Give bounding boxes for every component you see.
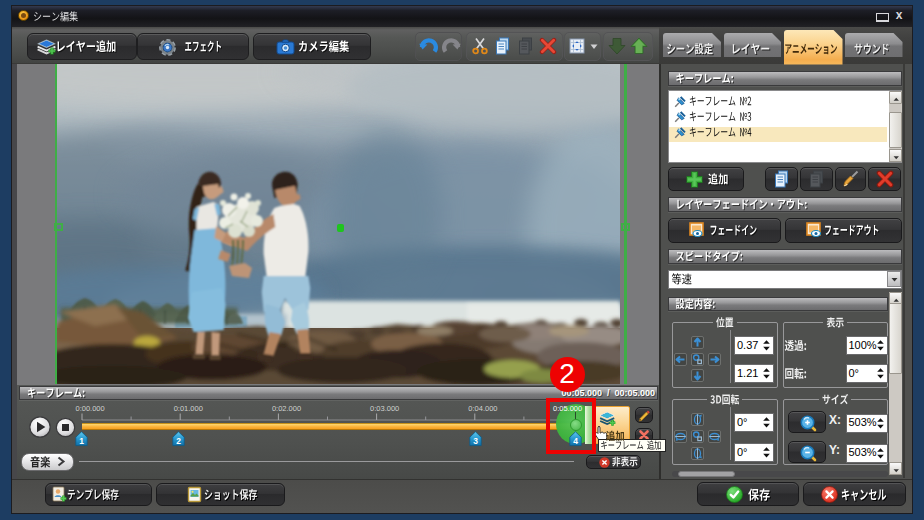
svg-text:2: 2: [176, 435, 181, 445]
svg-text:3: 3: [473, 435, 478, 445]
svg-text:1: 1: [79, 435, 84, 445]
